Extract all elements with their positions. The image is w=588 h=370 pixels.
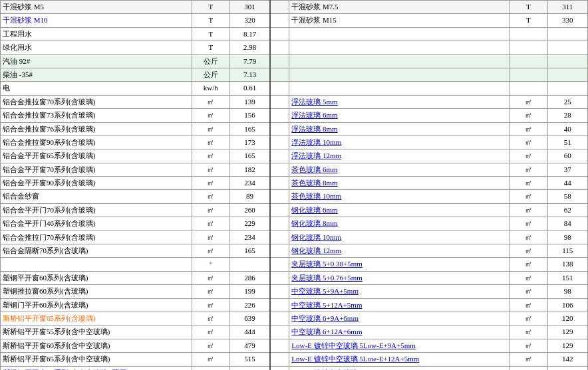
ref-item-name: Low-E 镀锌中空玻璃 5Low-E+12A+6mm	[289, 366, 510, 370]
item-unit: ㎡	[192, 217, 230, 231]
item-price: 2.98	[230, 41, 270, 54]
spacer	[270, 68, 289, 81]
item-name: 斯桥铝平开窗65系列(含中空玻璃)	[1, 353, 192, 366]
item-price: 639	[230, 312, 270, 325]
ref-item-price: 84	[547, 217, 587, 231]
item-unit: ㎡	[192, 109, 230, 122]
spacer	[270, 41, 289, 54]
ref-item-name: 钢化玻璃 6mm	[289, 203, 510, 217]
table-row: 斯桥铝平开窗55系列(含中空玻璃)㎡444中空玻璃 6+12A+6mm㎡129	[1, 325, 588, 339]
ref-item-unit: ㎡	[510, 244, 548, 258]
ref-item-name: 茶色玻璃 10mm	[289, 190, 510, 203]
table-row: 塑钢门平开60系列(含玻璃)㎡226中空玻璃 5+12A+5mm㎡106	[1, 298, 588, 312]
item-unit: T	[192, 41, 230, 54]
ref-item-unit: ㎡	[510, 163, 548, 176]
item-price: 165	[230, 122, 270, 136]
item-name: 绿化用水	[1, 41, 192, 54]
item-price: 234	[230, 231, 270, 244]
item-name: 斯桥铝平开窗55系列(含中空玻璃)	[1, 325, 192, 339]
ref-item-name: Low-E 镀锌中空玻璃 5Low-E+9A+5mm	[289, 339, 510, 352]
table-row: 铝合金纱窗㎡89茶色玻璃 10mm㎡58	[1, 190, 588, 203]
item-name: 铝合金推拉门70系列(含玻璃)	[1, 231, 192, 244]
item-name: 铝合金纱窗	[1, 190, 192, 203]
ref-item-price: 142	[547, 353, 587, 366]
ref-item-price: 51	[547, 136, 587, 149]
ref-item-unit: ㎡	[510, 149, 548, 163]
item-name: 塑钢门平开60系列(含玻璃)	[1, 298, 192, 312]
ref-item-price: 40	[547, 122, 587, 136]
spacer	[270, 27, 289, 41]
item-name: 塑钢平开窗60系列(含玻璃)	[1, 271, 192, 284]
spacer	[270, 82, 289, 95]
ref-item-unit: ㎡	[510, 177, 548, 190]
ref-item-unit: ㎡	[510, 122, 548, 136]
item-unit: T	[192, 1, 230, 14]
item-name: 干混砂浆 M5	[1, 1, 192, 14]
ref-item-unit: ㎡	[510, 339, 548, 352]
table-row: 铝合金平开门46系列(含玻璃)㎡229钢化玻璃 8mm㎡84	[1, 217, 588, 231]
spacer	[270, 244, 289, 258]
spacer	[270, 122, 289, 136]
spacer	[270, 163, 289, 176]
spacer	[270, 190, 289, 203]
item-price: 320	[230, 14, 270, 27]
ref-item-unit	[510, 54, 548, 68]
ref-item-price: 60	[547, 149, 587, 163]
ref-item-name: 中空玻璃 6+12A+6mm	[289, 325, 510, 339]
ref-item-name: 夹层玻璃 5+0.76+5mm	[289, 271, 510, 284]
ref-item-price: 129	[547, 339, 587, 352]
ref-item-name: 钢化玻璃 8mm	[289, 217, 510, 231]
ref-item-unit: ㎡	[510, 217, 548, 231]
ref-item-name: 干混砂浆 M15	[289, 14, 510, 27]
item-name: 铝合金推拉窗73系列(含玻璃)	[1, 109, 192, 122]
item-price: 234	[230, 177, 270, 190]
ref-item-price: 44	[547, 177, 587, 190]
item-name: 铝合金推拉窗76系列(含玻璃)	[1, 122, 192, 136]
ref-item-price	[547, 54, 587, 68]
spacer	[270, 54, 289, 68]
spacer	[270, 325, 289, 339]
spacer	[270, 366, 289, 370]
item-unit: ㎡	[192, 163, 230, 176]
ref-item-unit: ㎡	[510, 95, 548, 108]
item-price: 7.79	[230, 54, 270, 68]
table-row: 工程用水T8.17	[1, 27, 588, 41]
item-name: 铝合金平开窗90系列(含玻璃)	[1, 177, 192, 190]
item-name: 铝合金平开门46系列(含玻璃)	[1, 217, 192, 231]
item-price: 7.13	[230, 68, 270, 81]
ref-item-name: 钢化玻璃 10mm	[289, 231, 510, 244]
table-row: 绿化用水T2.98	[1, 41, 588, 54]
table-row: 干混砂浆 M10T320干混砂浆 M15T330	[1, 14, 588, 27]
table-row: 铝合金推拉窗76系列(含玻璃)㎡165浮法玻璃 8mm㎡40	[1, 122, 588, 136]
item-name: 铝合金平开窗65系列(含玻璃)	[1, 149, 192, 163]
table-row: 塑钢平开窗60系列(含玻璃)㎡286夹层玻璃 5+0.76+5mm㎡151	[1, 271, 588, 284]
ref-item-price: 129	[547, 325, 587, 339]
item-price: 226	[230, 298, 270, 312]
table-row: *夹层玻璃 5+0.38+5mm㎡138	[1, 258, 588, 271]
spacer	[270, 177, 289, 190]
ref-item-unit: ㎡	[510, 190, 548, 203]
item-name	[1, 258, 192, 271]
item-price: 301	[230, 1, 270, 14]
spacer	[270, 312, 289, 325]
ref-item-unit: ㎡	[510, 231, 548, 244]
item-price: 8.17	[230, 27, 270, 41]
item-unit: T	[192, 14, 230, 27]
ref-item-unit	[510, 27, 548, 41]
table-row: 铝合金推拉窗73系列(含玻璃)㎡156浮法玻璃 6mm㎡28	[1, 109, 588, 122]
ref-item-name	[289, 82, 510, 95]
ref-item-price: 62	[547, 203, 587, 217]
ref-item-name: 浮法玻璃 12mm	[289, 149, 510, 163]
spacer	[270, 353, 289, 366]
item-name: 干混砂浆 M10	[1, 14, 192, 27]
ref-item-name: 浮法玻璃 6mm	[289, 109, 510, 122]
item-name: 铝合金推拉窗90系列(含玻璃)	[1, 136, 192, 149]
ref-item-price: 58	[547, 190, 587, 203]
ref-item-price: 120	[547, 312, 587, 325]
table-row: 铝合金推拉门70系列(含玻璃)㎡234钢化玻璃 10mm㎡98	[1, 231, 588, 244]
ref-item-price: 25	[547, 95, 587, 108]
spacer	[270, 285, 289, 298]
spacer	[270, 109, 289, 122]
item-unit: ㎡	[192, 203, 230, 217]
item-name: 斯桥铝平开窗65系列(含中空玻璃) 壁厚1.8mm	[1, 366, 192, 370]
